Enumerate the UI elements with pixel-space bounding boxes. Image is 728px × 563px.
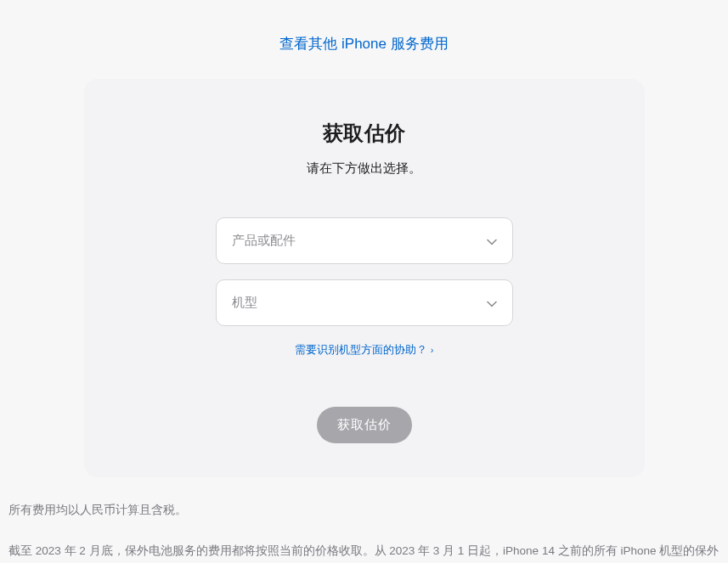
footnote-line1: 所有费用均以人民币计算且含税。 <box>8 499 720 521</box>
model-select[interactable]: 机型 <box>216 279 513 326</box>
card-title: 获取估价 <box>118 120 611 147</box>
card-subtitle: 请在下方做出选择。 <box>118 160 611 177</box>
footnote-line2: 截至 2023 年 2 月底，保外电池服务的费用都将按照当前的价格收取。从 20… <box>8 540 720 563</box>
chevron-down-icon <box>487 297 497 309</box>
help-link-label: 需要识别机型方面的协助？ <box>295 343 427 356</box>
model-select-label: 机型 <box>232 295 257 311</box>
chevron-down-icon <box>487 235 497 247</box>
identify-model-help-link[interactable]: 需要识别机型方面的协助？› <box>295 343 434 356</box>
footnote-section: 所有费用均以人民币计算且含税。 截至 2023 年 2 月底，保外电池服务的费用… <box>8 477 720 563</box>
chevron-right-icon: › <box>431 345 434 355</box>
footnote-text-before: 截至 2023 年 2 月底，保外电池服务的费用都将按照当前的价格收取。从 20… <box>8 544 719 563</box>
get-estimate-button[interactable]: 获取估价 <box>317 407 412 443</box>
product-select[interactable]: 产品或配件 <box>216 217 513 264</box>
estimate-card: 获取估价 请在下方做出选择。 产品或配件 机型 需要识别机型方面的协助？› <box>84 79 645 477</box>
product-select-label: 产品或配件 <box>232 233 296 249</box>
other-services-link[interactable]: 查看其他 iPhone 服务费用 <box>279 36 448 52</box>
